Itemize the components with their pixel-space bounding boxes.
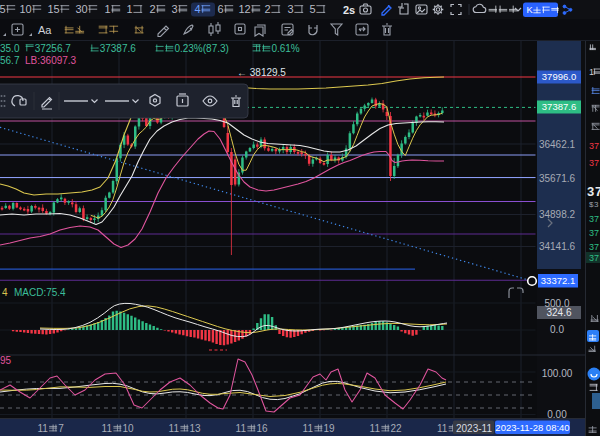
svg-text:95: 95 <box>0 355 12 366</box>
svg-text:MACD:75.4: MACD:75.4 <box>14 287 66 298</box>
svg-text:3: 3 <box>172 3 178 15</box>
svg-text:35.0: 35.0 <box>0 43 20 54</box>
svg-text:500.0: 500.0 <box>544 298 569 309</box>
svg-text:0.23%(87.3): 0.23%(87.3) <box>174 43 228 54</box>
svg-text:10: 10 <box>123 423 135 434</box>
svg-text:6: 6 <box>218 3 224 15</box>
svg-text:1: 1 <box>127 3 133 15</box>
svg-text:4: 4 <box>2 287 8 298</box>
svg-text:← 38129.5: ← 38129.5 <box>237 67 286 78</box>
svg-text:11: 11 <box>236 423 247 434</box>
svg-text:11: 11 <box>37 423 48 434</box>
svg-text:36462.1: 36462.1 <box>539 139 576 150</box>
svg-text:Aa: Aa <box>38 24 52 36</box>
svg-text:3: 3 <box>587 184 594 199</box>
svg-text:1: 1 <box>105 3 111 15</box>
svg-text:37387.6: 37387.6 <box>100 43 137 54</box>
svg-text:16: 16 <box>257 423 269 434</box>
svg-text:7: 7 <box>594 158 599 168</box>
svg-text:34141.6: 34141.6 <box>539 241 576 252</box>
svg-text:37256.7: 37256.7 <box>35 43 72 54</box>
svg-text:13: 13 <box>190 423 202 434</box>
svg-text:0.00: 0.00 <box>547 409 567 420</box>
svg-text:11: 11 <box>169 423 180 434</box>
svg-text:7: 7 <box>594 242 599 252</box>
svg-text:1: 1 <box>589 67 594 77</box>
svg-text:7: 7 <box>594 228 599 238</box>
svg-text:11: 11 <box>437 423 448 434</box>
svg-text:12: 12 <box>239 3 251 15</box>
svg-text:0.0: 0.0 <box>550 324 564 335</box>
svg-text:56.7: 56.7 <box>0 55 20 66</box>
svg-text:3: 3 <box>288 3 294 15</box>
svg-text:2: 2 <box>265 3 271 15</box>
svg-text:2023-11: 2023-11 <box>456 423 492 434</box>
svg-text:3: 3 <box>594 200 599 209</box>
svg-text:11: 11 <box>370 423 381 434</box>
svg-text:33372.1: 33372.1 <box>541 275 575 286</box>
svg-text:22: 22 <box>391 423 403 434</box>
svg-text:37387.6: 37387.6 <box>542 101 576 112</box>
svg-text:30: 30 <box>76 3 88 15</box>
svg-text:5: 5 <box>0 3 6 15</box>
svg-text:19: 19 <box>324 423 336 434</box>
svg-text:K: K <box>527 5 534 15</box>
svg-text:5: 5 <box>310 3 316 15</box>
svg-text:4: 4 <box>195 3 201 15</box>
svg-text:7: 7 <box>594 141 599 151</box>
svg-text:2: 2 <box>150 3 156 15</box>
svg-text:7: 7 <box>595 184 600 199</box>
svg-text:7: 7 <box>594 214 599 224</box>
svg-text:11: 11 <box>102 423 113 434</box>
svg-text:7: 7 <box>594 253 599 263</box>
svg-text:15: 15 <box>48 3 60 15</box>
svg-text:0.61%: 0.61% <box>271 43 299 54</box>
svg-text:2023-11-28 08:40: 2023-11-28 08:40 <box>495 422 569 433</box>
svg-text:37996.0: 37996.0 <box>542 71 576 82</box>
svg-text:10: 10 <box>20 3 32 15</box>
svg-text:7: 7 <box>58 423 64 434</box>
svg-text:35671.6: 35671.6 <box>539 173 576 184</box>
svg-text:LB:36097.3: LB:36097.3 <box>25 55 77 66</box>
svg-text:34898.2: 34898.2 <box>539 209 576 220</box>
svg-text:100.00: 100.00 <box>542 368 573 379</box>
svg-text:11: 11 <box>303 423 314 434</box>
svg-text:2s: 2s <box>343 4 355 16</box>
